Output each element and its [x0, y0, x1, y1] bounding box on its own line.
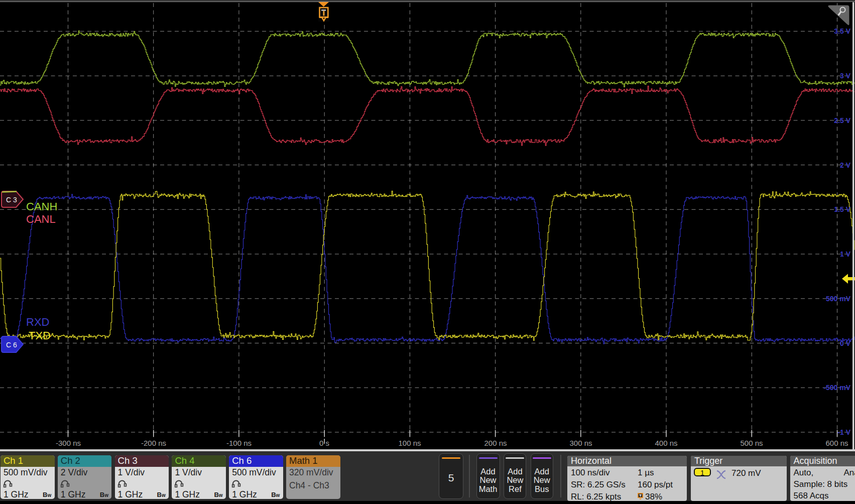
svg-text:0 s: 0 s	[319, 439, 329, 447]
svg-text:1 V: 1 V	[840, 250, 851, 258]
svg-text:600 ns: 600 ns	[825, 439, 848, 447]
svg-text:400 ns: 400 ns	[655, 439, 677, 447]
svg-text:100 ns: 100 ns	[398, 439, 421, 447]
svg-text:CANL: CANL	[26, 213, 56, 225]
svg-text:-1 V: -1 V	[837, 428, 850, 436]
svg-text:-200 ns: -200 ns	[141, 439, 166, 447]
svg-text:2.5 V: 2.5 V	[834, 116, 850, 124]
svg-text:200 ns: 200 ns	[484, 439, 507, 447]
svg-text:TXD: TXD	[29, 329, 51, 342]
svg-text:1.5 V: 1.5 V	[834, 205, 850, 213]
svg-text:C 6: C 6	[6, 341, 17, 349]
svg-text:300 ns: 300 ns	[569, 439, 592, 447]
svg-text:2 V: 2 V	[840, 161, 851, 169]
svg-text:500 mV: 500 mV	[826, 295, 851, 303]
svg-text:RXD: RXD	[26, 316, 49, 328]
svg-text:CANH: CANH	[26, 200, 57, 213]
svg-text:-100 ns: -100 ns	[226, 439, 252, 447]
svg-text:-500 mV: -500 mV	[823, 384, 850, 392]
svg-text:3.5 V: 3.5 V	[834, 27, 850, 35]
svg-text:-300 ns: -300 ns	[56, 439, 81, 447]
svg-text:C 3: C 3	[6, 196, 17, 204]
svg-text:0 V: 0 V	[840, 339, 851, 347]
svg-text:3 V: 3 V	[840, 72, 851, 80]
svg-text:500 ns: 500 ns	[740, 439, 763, 447]
